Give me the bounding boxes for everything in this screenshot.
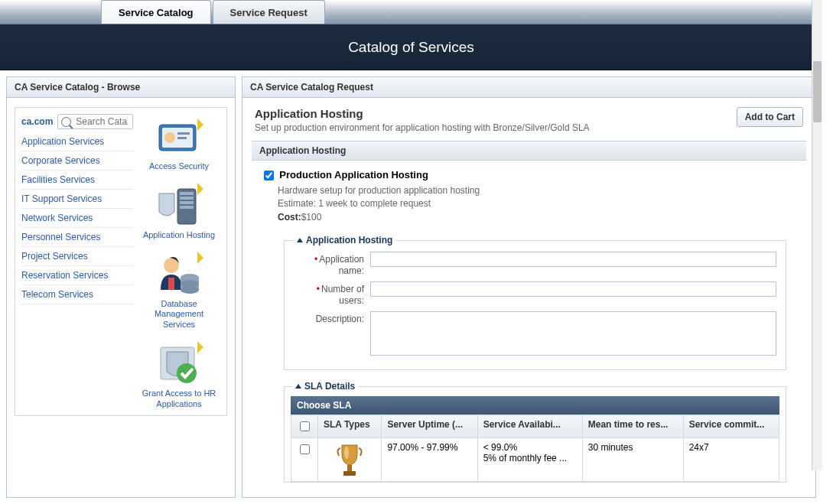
request-panel: CA Service Catalog Request Application H… — [242, 76, 816, 498]
input-app-name[interactable] — [370, 252, 776, 267]
tile-application-hosting[interactable]: Application Hosting — [138, 183, 220, 241]
search-input-wrap[interactable] — [57, 114, 133, 129]
request-panel-title: CA Service Catalog Request — [242, 77, 815, 98]
sla-col-mttr[interactable]: Mean time to res... — [582, 415, 683, 438]
category-telecom-services[interactable]: Telecom Services — [21, 285, 133, 304]
tile-grant-hr-access[interactable]: Grant Access to HR Applications — [138, 341, 220, 410]
request-subtitle: Set up production environment for applic… — [255, 122, 590, 133]
sla-col-avail[interactable]: Service Availabi... — [477, 415, 582, 438]
sla-select-all[interactable] — [300, 421, 310, 431]
shield-check-icon — [152, 341, 206, 387]
category-it-support-services[interactable]: IT Support Services — [21, 190, 133, 209]
sla-col-types[interactable]: SLA Types — [318, 415, 382, 438]
browse-panel-title: CA Service Catalog - Browse — [7, 77, 235, 98]
fieldset-legend: Application Hosting — [294, 235, 395, 245]
svg-point-23 — [344, 447, 349, 459]
page-banner: Catalog of Services — [0, 24, 822, 70]
request-title: Application Hosting — [255, 107, 590, 120]
sla-fieldset: SLA Details Choose SLA SLA Types Server … — [284, 381, 786, 483]
category-corporate-services[interactable]: Corporate Services — [21, 151, 133, 171]
svg-marker-0 — [197, 119, 203, 131]
app-hosting-fieldset: Application Hosting •Application name: •… — [284, 235, 786, 370]
tile-label: Database Management Services — [138, 299, 220, 330]
sla-row-checkbox[interactable] — [300, 444, 310, 454]
page-scrollbar[interactable] — [812, 0, 822, 470]
section-header: Application Hosting — [252, 141, 806, 161]
input-description[interactable] — [370, 311, 776, 356]
person-database-icon — [152, 252, 206, 298]
tile-label: Access Security — [138, 161, 220, 172]
sla-avail: < 99.0% 5% of monthly fee ... — [477, 438, 582, 482]
sla-choose-header: Choose SLA — [291, 396, 779, 415]
sla-legend: SLA Details — [292, 381, 358, 392]
tile-access-security[interactable]: Access Security — [138, 114, 220, 172]
sla-row[interactable]: 97.00% - 97.99% < 99.0% 5% of monthly fe… — [291, 438, 779, 482]
search-icon — [61, 117, 71, 127]
browse-panel: CA Service Catalog - Browse ca.com — [6, 76, 236, 498]
svg-marker-12 — [197, 252, 203, 264]
top-tabbar: Service Catalog Service Request — [0, 0, 822, 24]
input-num-users[interactable] — [370, 281, 776, 297]
category-reservation-services[interactable]: Reservation Services — [21, 266, 133, 285]
tab-service-catalog[interactable]: Service Catalog — [101, 0, 211, 24]
svg-point-17 — [181, 280, 199, 288]
category-facilities-services[interactable]: Facilities Services — [21, 171, 133, 190]
expand-icon[interactable] — [295, 384, 301, 389]
sla-uptime: 97.00% - 97.99% — [382, 438, 477, 482]
sla-col-uptime[interactable]: Server Uptime (... — [382, 415, 477, 438]
svg-rect-10 — [180, 201, 194, 204]
tile-database-management[interactable]: Database Management Services — [138, 252, 220, 330]
category-project-services[interactable]: Project Services — [21, 247, 133, 266]
label-app-name: Application name: — [319, 254, 364, 276]
expand-icon[interactable] — [297, 238, 303, 242]
category-personnel-services[interactable]: Personnel Services — [21, 228, 133, 247]
search-input[interactable] — [74, 115, 129, 128]
server-shield-icon — [152, 183, 206, 229]
banner-title: Catalog of Services — [348, 39, 474, 56]
svg-point-3 — [164, 132, 175, 143]
add-to-cart-button[interactable]: Add to Cart — [737, 107, 803, 127]
tile-label: Application Hosting — [138, 230, 220, 241]
id-card-icon — [152, 114, 206, 160]
label-num-users: Number of users: — [321, 284, 364, 306]
sla-table: SLA Types Server Uptime (... Service Ava… — [291, 415, 779, 482]
option-desc: Hardware setup for production applicatio… — [278, 184, 797, 224]
option-checkbox[interactable] — [264, 171, 274, 180]
sla-commit: 24x7 — [683, 438, 779, 482]
svg-rect-5 — [177, 137, 187, 139]
svg-rect-22 — [343, 471, 356, 476]
svg-marker-6 — [197, 183, 203, 195]
tile-label: Grant Access to HR Applications — [138, 389, 220, 410]
svg-rect-9 — [180, 197, 194, 200]
svg-rect-8 — [180, 192, 194, 195]
label-description: Description: — [316, 314, 364, 324]
category-application-services[interactable]: Application Services — [21, 132, 133, 151]
sla-col-commit[interactable]: Service commit... — [683, 415, 779, 438]
option-title: Production Application Hosting — [279, 169, 428, 180]
svg-rect-21 — [347, 465, 352, 471]
tab-service-request[interactable]: Service Request — [213, 0, 325, 24]
svg-marker-18 — [197, 341, 203, 353]
sla-mttr: 30 minutes — [582, 438, 683, 482]
brand-link[interactable]: ca.com — [21, 116, 53, 127]
svg-rect-4 — [177, 132, 190, 135]
svg-rect-11 — [180, 206, 194, 209]
trophy-icon — [336, 442, 363, 477]
category-network-services[interactable]: Network Services — [21, 209, 133, 228]
